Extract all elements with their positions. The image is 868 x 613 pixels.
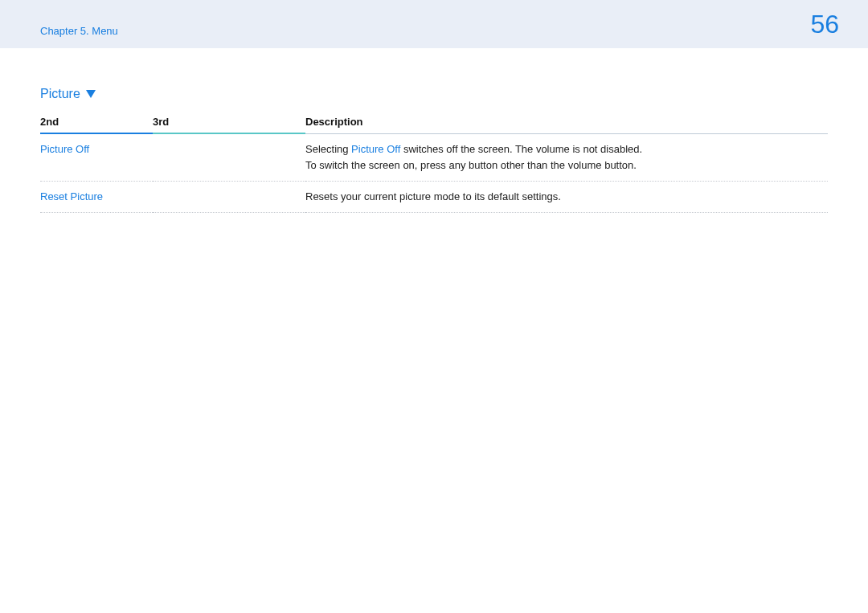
column-header-3rd: 3rd	[153, 111, 305, 133]
section-title-text: Picture	[40, 87, 80, 100]
menu-table: 2nd 3rd Description Picture Off Selectin…	[40, 111, 828, 213]
desc-suffix: switches off the screen. The volume is n…	[400, 143, 642, 155]
desc-prefix: Selecting	[305, 143, 351, 155]
row-3rd-cell	[153, 133, 305, 181]
row-description-cell: Selecting Picture Off switches off the s…	[305, 133, 828, 181]
desc-line2: To switch the screen on, press any butto…	[305, 159, 637, 171]
triangle-down-icon	[86, 90, 96, 98]
row-3rd-cell	[153, 181, 305, 212]
table-header-row: 2nd 3rd Description	[40, 111, 828, 133]
header-band: Chapter 5. Menu 56	[0, 0, 868, 48]
column-header-description: Description	[305, 111, 828, 133]
section-title: Picture	[40, 87, 828, 101]
content-area: Picture 2nd 3rd Description Picture Off …	[0, 48, 868, 213]
table-row: Picture Off Selecting Picture Off switch…	[40, 133, 828, 181]
desc-prefix: Resets your current picture mode to its …	[305, 190, 561, 202]
desc-highlight: Picture Off	[351, 143, 400, 155]
row-2nd-cell: Reset Picture	[40, 181, 153, 212]
row-2nd-cell: Picture Off	[40, 133, 153, 181]
table-row: Reset Picture Resets your current pictur…	[40, 181, 828, 212]
chapter-label: Chapter 5. Menu	[40, 25, 118, 37]
page-number: 56	[810, 10, 839, 39]
column-header-2nd: 2nd	[40, 111, 153, 133]
row-description-cell: Resets your current picture mode to its …	[305, 181, 828, 212]
